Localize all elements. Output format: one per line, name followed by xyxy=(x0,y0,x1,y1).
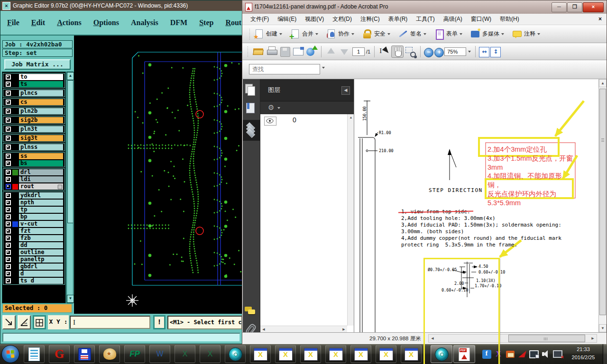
layer-checkbox[interactable] xyxy=(6,91,11,96)
gear-icon[interactable]: ⚙ xyxy=(268,103,274,112)
email-button[interactable] xyxy=(292,46,304,58)
restore-button[interactable]: ❐ xyxy=(567,2,582,12)
marquee-zoom-button[interactable] xyxy=(405,46,417,58)
layer-checkbox[interactable] xyxy=(6,136,11,141)
scroll-down-icon[interactable]: ▼ xyxy=(599,324,607,332)
multimedia-button[interactable]: 多媒体 xyxy=(470,29,504,39)
layer-row-fzb[interactable]: fzb xyxy=(3,235,64,242)
layer-checkbox[interactable] xyxy=(6,193,11,198)
layer-row-tp[interactable]: tp xyxy=(3,206,64,213)
acrobat-title-bar[interactable]: f1704w12161-panel drawing.pdf - Adobe Ac… xyxy=(242,0,607,14)
layer-checkbox[interactable] xyxy=(6,207,11,212)
layer-row-plncs[interactable]: plncs xyxy=(3,90,64,97)
start-button[interactable] xyxy=(1,345,19,363)
layer-row-pln3t[interactable]: pln3t xyxy=(3,126,64,133)
eye-icon[interactable] xyxy=(264,117,276,126)
taskbar-button-disc-active[interactable] xyxy=(431,345,452,363)
acrobat-menu[interactable]: 工具(T) xyxy=(412,15,439,23)
find-input[interactable] xyxy=(249,64,320,74)
layer-row[interactable]: 0 xyxy=(260,114,346,127)
taskbar-button-word[interactable] xyxy=(149,345,170,363)
layer-row-rout[interactable]: rout xyxy=(3,183,64,190)
scroll-thumb[interactable] xyxy=(508,335,585,342)
layer-row-cs[interactable]: cs xyxy=(3,99,64,106)
layer-checkbox[interactable] xyxy=(6,74,11,80)
layer-checkbox[interactable] xyxy=(6,100,11,105)
layer-checkbox[interactable] xyxy=(6,271,11,276)
select-tool-button[interactable] xyxy=(378,46,390,58)
menu-options[interactable]: Options xyxy=(93,18,119,27)
collapse-panel-icon[interactable]: ◀ xyxy=(341,86,350,95)
job-matrix-button[interactable]: Job Matrix ... xyxy=(4,59,71,70)
zoom-level-select[interactable]: 75% xyxy=(444,47,466,56)
pdf-page[interactable]: 150.00 R1.00 210.00 STEP DIRECTION 2.加4个… xyxy=(354,79,598,332)
layer-row-d[interactable]: d xyxy=(3,270,64,277)
menu-actions[interactable]: Actions xyxy=(57,18,82,27)
zoom-extents-button[interactable] xyxy=(2,315,16,329)
layer-row-npth[interactable]: npth xyxy=(3,199,64,206)
taskbar-button-g-app[interactable] xyxy=(49,345,70,363)
layer-checkbox[interactable] xyxy=(6,118,11,123)
layer-checkbox[interactable] xyxy=(6,161,11,166)
tray-indicator[interactable] xyxy=(517,349,527,359)
page-number-input[interactable]: 1 xyxy=(352,47,365,56)
layer-row-sig2b[interactable]: sig2b xyxy=(3,117,64,124)
layer-row-ss[interactable]: ss xyxy=(3,153,64,160)
layer-row-dd[interactable]: dd xyxy=(3,242,64,249)
layer-row-ydkdrl[interactable]: ydkdrl xyxy=(3,192,64,199)
forms-button[interactable]: 表单 xyxy=(434,29,462,39)
menu-dfm[interactable]: DFM xyxy=(170,18,187,27)
tray-display[interactable] xyxy=(529,349,539,359)
dropdown-caret-icon[interactable] xyxy=(351,33,354,35)
taskbar-button-win-x[interactable] xyxy=(325,345,346,363)
tray-net-error[interactable] xyxy=(553,349,562,359)
layer-row-outline[interactable]: outline xyxy=(3,249,64,256)
dropdown-caret-icon[interactable] xyxy=(501,33,504,35)
show-desktop-button[interactable] xyxy=(603,344,607,364)
open-button[interactable] xyxy=(252,46,265,58)
acrobat-menu[interactable]: 文件(F) xyxy=(246,15,273,23)
dropdown-caret-icon[interactable] xyxy=(423,33,426,35)
layer-row-paneltp[interactable]: paneltp xyxy=(3,256,64,263)
taskbar-button-disc[interactable] xyxy=(225,345,246,363)
comment-button[interactable]: 注释 xyxy=(512,29,540,39)
scroll-up-icon[interactable]: ▲ xyxy=(599,79,607,87)
layer-row-ts[interactable]: ts xyxy=(3,81,64,88)
fit-page-button[interactable]: ↕ xyxy=(490,47,501,57)
layer-row-plnss[interactable]: plnss xyxy=(3,144,64,151)
measure-button[interactable]: ok xyxy=(18,315,31,329)
layer-checkbox[interactable] xyxy=(6,109,11,114)
menu-rout[interactable]: Rout xyxy=(225,18,241,27)
taskbar-button-win-x[interactable] xyxy=(350,345,371,363)
tray-flash[interactable] xyxy=(482,349,491,359)
taskbar-button-floppy[interactable] xyxy=(74,345,95,363)
document-vscrollbar[interactable]: ▲ ▼ xyxy=(598,79,607,332)
dropdown-caret-icon[interactable] xyxy=(460,33,462,35)
acrobat-menu[interactable]: 帮助(H) xyxy=(496,15,524,23)
taskbar-button-win-x[interactable] xyxy=(275,345,296,363)
taskbar-button-foxpro[interactable] xyxy=(124,345,145,363)
layer-checkbox[interactable] xyxy=(6,264,11,269)
scroll-down-icon[interactable]: ▼ xyxy=(67,295,74,303)
fit-width-button[interactable]: ↔ xyxy=(479,47,489,57)
pages-panel-icon[interactable] xyxy=(243,81,260,102)
menu-file[interactable]: File xyxy=(7,18,19,27)
zoom-out-button[interactable]: − xyxy=(424,48,433,57)
layer-checkbox[interactable] xyxy=(6,184,11,189)
layer-row-ts-d[interactable]: ts d xyxy=(3,277,64,284)
scroll-thumb[interactable] xyxy=(67,80,74,223)
layer-checkbox[interactable] xyxy=(6,200,11,205)
secure-button[interactable]: 安全 xyxy=(362,29,390,39)
layer-checkbox[interactable] xyxy=(6,221,11,227)
dropdown-caret-icon[interactable] xyxy=(315,33,318,35)
bookmarks-panel-icon[interactable] xyxy=(243,100,260,121)
layer-row-ldi[interactable]: ldi xyxy=(3,176,64,183)
tray-volume[interactable] xyxy=(541,349,551,359)
layers-panel-icon[interactable] xyxy=(243,120,260,141)
scroll-up-icon[interactable]: ▲ xyxy=(67,72,74,80)
next-page-button[interactable] xyxy=(338,46,350,58)
layer-row-bp[interactable]: bp xyxy=(3,213,64,220)
layer-row-bs[interactable]: bs xyxy=(3,160,64,167)
acrobat-menu[interactable]: 高级(A) xyxy=(439,15,467,23)
taskbar-button-excel[interactable] xyxy=(200,345,221,363)
